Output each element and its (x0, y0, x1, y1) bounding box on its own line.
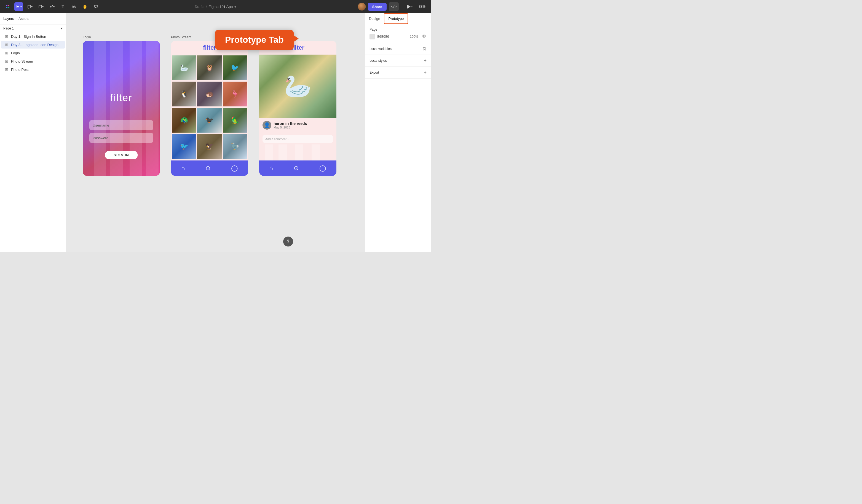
photo-cell-2[interactable]: 🦉 (197, 55, 222, 80)
tab-design[interactable]: Design (365, 13, 384, 24)
comment-tool[interactable] (92, 2, 100, 11)
page-selector[interactable]: Page 1 ▾ (0, 25, 66, 32)
user-icon[interactable]: ◯ (231, 164, 238, 172)
photo-cell-11[interactable]: 🦅 (197, 134, 222, 159)
bird-icon-2: 🦉 (197, 55, 222, 80)
code-button[interactable]: </> (389, 2, 399, 11)
post-home-icon[interactable]: ⌂ (270, 164, 273, 172)
local-variables-header: Local variables ⇅ (369, 46, 427, 51)
breadcrumb-drafts[interactable]: Drafts (195, 5, 204, 9)
play-button[interactable]: ▾ (406, 2, 415, 11)
local-styles-section: Local styles + (365, 55, 431, 67)
photo-post-frame-wrapper: Photo Post filter 🦢 👤 (259, 35, 336, 176)
layer-icon-day3: ⊞ (4, 42, 9, 47)
photo-post-frame[interactable]: filter 🦢 👤 heron in th (259, 41, 336, 176)
breadcrumb-separator: / (206, 5, 207, 9)
toolbar-divider (402, 4, 402, 9)
select-tool[interactable]: ▾ (14, 2, 23, 11)
photo-cell-4[interactable]: 🐧 (172, 82, 196, 106)
layer-item-day1[interactable]: ⊞ Day 1 - Sign In Button (1, 32, 65, 40)
help-button[interactable]: ? (283, 237, 293, 247)
layer-item-photo-post[interactable]: ⊞ Photo Post (1, 66, 65, 73)
photo-cell-3[interactable]: 🐦 (223, 55, 247, 80)
username-placeholder: Username (93, 123, 109, 128)
svg-rect-9 (39, 5, 42, 8)
bg-color-swatch[interactable] (369, 34, 375, 39)
photo-cell-5[interactable]: 🦔 (197, 82, 222, 106)
svg-rect-0 (6, 5, 8, 6)
layer-item-day3[interactable]: ⊞ Day 3 - Logo and Icon Design (1, 41, 65, 49)
components-tool[interactable] (69, 2, 78, 11)
page-section: Page E0E0E0 100% 👁 (365, 24, 431, 43)
toolbar-right: Share </> ▾ 88% (358, 2, 428, 11)
prototype-tooltip: Prototype Tab (215, 30, 294, 50)
layer-icon-day1: ⊞ (4, 34, 9, 39)
page-selector-label: Page 1 (3, 26, 14, 30)
main-container: Layers Assets Page 1 ▾ ⊞ Day 1 - Sign In… (0, 13, 431, 252)
tab-prototype[interactable]: Prototype (384, 13, 408, 24)
photo-cell-9[interactable]: 🦜 (223, 108, 247, 133)
post-title: heron in the reeds (274, 121, 307, 126)
share-button[interactable]: Share (368, 3, 387, 11)
breadcrumb-chevron[interactable]: ▾ (234, 5, 236, 9)
bird-icon-6: 🦩 (223, 82, 247, 106)
export-label: Export (369, 70, 379, 75)
post-stripe-3 (295, 145, 303, 160)
home-icon[interactable]: ⌂ (181, 164, 185, 172)
photo-cell-10[interactable]: 🐦 (172, 134, 196, 159)
svg-rect-11 (73, 5, 75, 6)
panel-tabs: Layers Assets (0, 13, 66, 25)
camera-icon[interactable]: ⊙ (206, 164, 210, 172)
bg-color-label: E0E0E0 (377, 35, 389, 39)
layer-icon-photo-post: ⊞ (4, 67, 9, 72)
username-input[interactable]: Username (89, 120, 153, 130)
bird-icon-4: 🐧 (172, 82, 196, 106)
post-user-icon[interactable]: ◯ (319, 164, 326, 172)
main-menu-icon[interactable] (3, 2, 12, 11)
tab-assets[interactable]: Assets (18, 15, 29, 22)
pen-tool[interactable]: ▾ (48, 2, 56, 11)
stripe-4 (146, 41, 159, 176)
layer-icon-photo-stream: ⊞ (4, 59, 9, 63)
photo-cell-12[interactable]: 🦤 (223, 134, 247, 159)
post-avatar-icon: 👤 (264, 122, 270, 128)
post-camera-icon[interactable]: ⊙ (294, 164, 299, 172)
photo-cell-8[interactable]: 🐦‍⬛ (197, 108, 222, 133)
login-frame[interactable]: filter Username Password SIGN IN (83, 41, 160, 176)
sign-in-button[interactable]: SIGN IN (105, 151, 138, 159)
left-panel: Layers Assets Page 1 ▾ ⊞ Day 1 - Sign In… (0, 13, 66, 252)
page-bg-row: E0E0E0 100% 👁 (369, 34, 427, 39)
local-styles-label: Local styles (369, 59, 387, 63)
page-selector-chevron: ▾ (61, 26, 63, 30)
zoom-indicator[interactable]: 88% (417, 3, 428, 10)
frame-tool[interactable]: ▾ (25, 2, 34, 11)
breadcrumb: Drafts / Figma 101 App ▾ (195, 5, 236, 9)
photo-cell-7[interactable]: 🦚 (172, 108, 196, 133)
password-input[interactable]: Password (89, 133, 153, 143)
visibility-icon[interactable]: 👁 (422, 34, 427, 39)
post-avatar: 👤 (262, 121, 271, 130)
hand-tool[interactable]: ✋ (80, 2, 89, 11)
layer-icon-login: ⊞ (4, 51, 9, 55)
local-styles-add-icon[interactable]: + (423, 58, 427, 63)
tab-layers[interactable]: Layers (3, 15, 14, 22)
right-panel-tabs: Design Prototype (365, 13, 431, 24)
photo-cell-6[interactable]: 🦩 (223, 82, 247, 106)
post-stripe-1 (265, 145, 273, 160)
avatar[interactable] (358, 3, 366, 11)
layer-item-login[interactable]: ⊞ Login (1, 49, 65, 57)
local-variables-sort-icon[interactable]: ⇅ (422, 46, 427, 51)
shape-tool[interactable]: ▾ (36, 2, 45, 11)
photo-cell-1[interactable]: 🦢 (172, 55, 196, 80)
text-tool[interactable]: T (58, 2, 67, 11)
prototype-tooltip-label: Prototype Tab (225, 35, 284, 45)
canvas[interactable]: Prototype Tab Login filter (66, 13, 365, 252)
export-add-icon[interactable]: + (423, 70, 427, 75)
export-header: Export + (369, 70, 427, 75)
bird-icon-10: 🐦 (172, 134, 196, 159)
post-text-info: heron in the reeds May 5, 2025 (274, 121, 307, 129)
photo-stream-frame[interactable]: filter 🦢 🦉 🐦 🐧 🦔 🦩 🦚 🐦‍⬛ 🦜 🐦 🦅 🦤 (171, 41, 248, 176)
post-comment[interactable]: Add a comment... (262, 135, 333, 143)
layer-label-day1: Day 1 - Sign In Button (11, 35, 46, 39)
layer-item-photo-stream[interactable]: ⊞ Photo Stream (1, 57, 65, 65)
